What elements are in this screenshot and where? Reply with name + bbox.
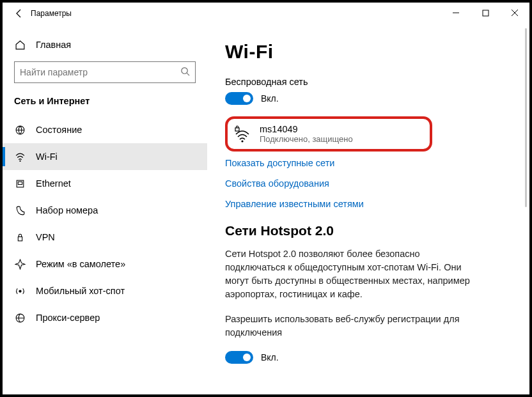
svg-rect-16 — [235, 128, 239, 131]
nav-label: VPN — [36, 232, 55, 242]
link-hardware-props[interactable]: Свойства оборудования — [225, 178, 512, 189]
close-button[interactable] — [500, 3, 529, 23]
wifi-toggle-label: Вкл. — [261, 93, 279, 104]
nav-wifi[interactable]: Wi-Fi — [3, 143, 207, 170]
svg-point-8 — [19, 160, 20, 161]
nav-airplane[interactable]: Режим «в самолете» — [3, 251, 207, 277]
scrollbar[interactable] — [525, 28, 527, 207]
svg-rect-1 — [483, 10, 489, 16]
link-show-networks[interactable]: Показать доступные сети — [225, 158, 512, 168]
airplane-icon — [14, 258, 26, 270]
search-icon — [180, 66, 190, 79]
nav-label: Прокси-сервер — [36, 313, 100, 323]
vpn-icon — [14, 231, 26, 243]
wifi-icon — [14, 151, 26, 162]
maximize-button[interactable] — [471, 3, 500, 23]
hotspot-allow-label: Разрешить использовать веб-службу регист… — [225, 313, 481, 339]
wireless-label: Беспроводная сеть — [225, 77, 512, 87]
hotspot-toggle-label: Вкл. — [261, 352, 279, 362]
hotspot-icon — [14, 285, 26, 297]
nav-label: Состояние — [36, 125, 82, 135]
network-name: ms14049 — [260, 124, 353, 134]
svg-point-12 — [19, 290, 21, 292]
nav-dialup[interactable]: Набор номера — [3, 197, 207, 224]
ethernet-icon — [14, 178, 26, 189]
nav-ethernet[interactable]: Ethernet — [3, 170, 207, 197]
svg-point-15 — [241, 140, 243, 142]
status-icon — [14, 124, 26, 136]
wifi-toggle[interactable] — [225, 92, 253, 105]
dialup-icon — [14, 205, 26, 216]
nav-proxy[interactable]: Прокси-сервер — [3, 304, 207, 331]
page-heading: Wi-Fi — [225, 41, 512, 63]
minimize-button[interactable] — [441, 3, 471, 23]
hotspot-toggle[interactable] — [225, 351, 253, 364]
nav-status[interactable]: Состояние — [3, 116, 207, 143]
window-title: Параметры — [31, 9, 72, 18]
nav-label: Набор номера — [36, 205, 98, 215]
nav-label: Wi-Fi — [36, 152, 58, 162]
hotspot-description: Сети Hotspot 2.0 позволяют более безопас… — [225, 247, 481, 301]
svg-rect-11 — [18, 237, 22, 240]
section-title: Сеть и Интернет — [3, 90, 207, 116]
search-box[interactable] — [14, 61, 196, 83]
svg-point-4 — [182, 67, 187, 73]
link-known-networks[interactable]: Управление известными сетями — [225, 199, 512, 209]
hotspot-heading: Сети Hotspot 2.0 — [225, 223, 512, 238]
search-input[interactable] — [20, 67, 180, 77]
svg-rect-10 — [18, 182, 22, 184]
proxy-icon — [14, 312, 26, 323]
current-network[interactable]: ms14049 Подключено, защищено — [225, 116, 432, 152]
home-label: Главная — [36, 40, 71, 50]
home-button[interactable]: Главная — [3, 32, 207, 58]
nav-label: Ethernet — [36, 178, 71, 189]
sidebar: Главная Сеть и Интернет Состояние Wi-Fi — [3, 24, 207, 394]
nav-hotspot[interactable]: Мобильный хот-спот — [3, 277, 207, 304]
main-panel: Wi-Fi Беспроводная сеть Вкл. — [207, 24, 529, 394]
nav-label: Мобильный хот-спот — [36, 286, 125, 296]
svg-line-5 — [187, 73, 189, 75]
back-button[interactable] — [8, 3, 31, 24]
home-icon — [14, 39, 26, 51]
network-status: Подключено, защищено — [260, 134, 353, 144]
nav-label: Режим «в самолете» — [36, 259, 125, 269]
wifi-secured-icon — [233, 125, 252, 144]
titlebar: Параметры — [3, 3, 529, 24]
nav-vpn[interactable]: VPN — [3, 224, 207, 251]
